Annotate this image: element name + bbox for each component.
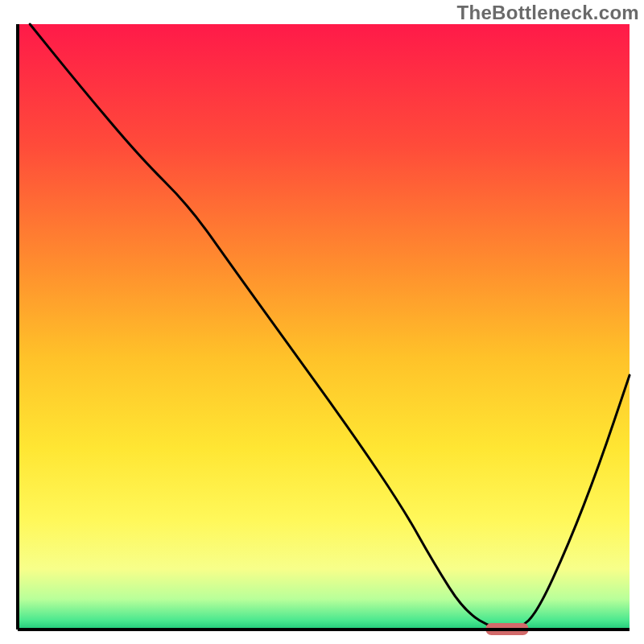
bottleneck-chart <box>0 0 644 644</box>
plot-background <box>18 24 630 630</box>
chart-frame: TheBottleneck.com <box>0 0 644 644</box>
